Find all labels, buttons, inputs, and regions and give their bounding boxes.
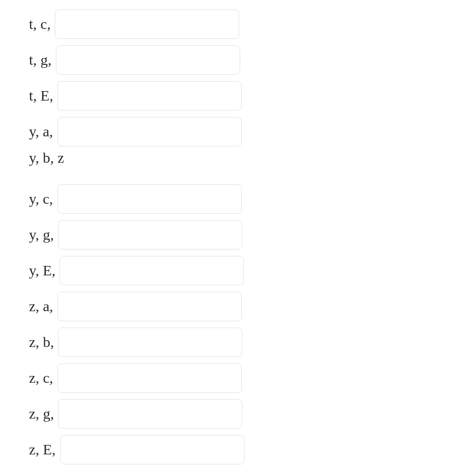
input-y-g[interactable] xyxy=(58,220,242,250)
row-y-b-z: y, b, z xyxy=(29,150,452,181)
row-y-c: y, c, xyxy=(29,181,452,217)
input-y-a[interactable] xyxy=(57,117,242,146)
row-z-a: z, a, xyxy=(29,289,452,324)
label-y-E: y, E, xyxy=(29,262,55,279)
row-z-E: z, E, xyxy=(29,432,452,468)
input-t-E[interactable] xyxy=(57,81,242,111)
label-z-g: z, g, xyxy=(29,405,54,422)
row-t-c: t, c, xyxy=(29,6,452,42)
input-z-c[interactable] xyxy=(57,363,242,393)
label-z-a: z, a, xyxy=(29,298,53,315)
row-z-c: z, c, xyxy=(29,360,452,396)
label-t-E: t, E, xyxy=(29,87,53,104)
label-y-b-z: y, b, z xyxy=(29,150,64,166)
label-z-E: z, E, xyxy=(29,441,56,458)
input-t-g[interactable] xyxy=(56,45,240,75)
label-y-c: y, c, xyxy=(29,191,53,207)
input-y-E[interactable] xyxy=(60,256,244,285)
row-z-b: z, b, xyxy=(29,324,452,360)
form-container: t, c, t, g, t, E, y, a, y, b, z y, c, y,… xyxy=(0,0,452,468)
row-t-g: t, g, xyxy=(29,42,452,78)
input-z-b[interactable] xyxy=(58,328,242,357)
input-z-a[interactable] xyxy=(57,292,242,321)
row-y-a: y, a, xyxy=(29,114,452,150)
input-t-c[interactable] xyxy=(55,9,239,39)
label-t-c: t, c, xyxy=(29,16,51,33)
label-z-b: z, b, xyxy=(29,334,54,351)
input-y-c[interactable] xyxy=(57,184,242,214)
label-y-g: y, g, xyxy=(29,226,54,243)
row-t-E: t, E, xyxy=(29,78,452,114)
input-z-E[interactable] xyxy=(60,435,244,464)
label-y-a: y, a, xyxy=(29,123,53,140)
input-z-g[interactable] xyxy=(58,399,242,429)
label-z-c: z, c, xyxy=(29,370,53,386)
row-y-g: y, g, xyxy=(29,217,452,253)
label-t-g: t, g, xyxy=(29,52,52,68)
row-z-g: z, g, xyxy=(29,396,452,432)
row-y-E: y, E, xyxy=(29,253,452,289)
